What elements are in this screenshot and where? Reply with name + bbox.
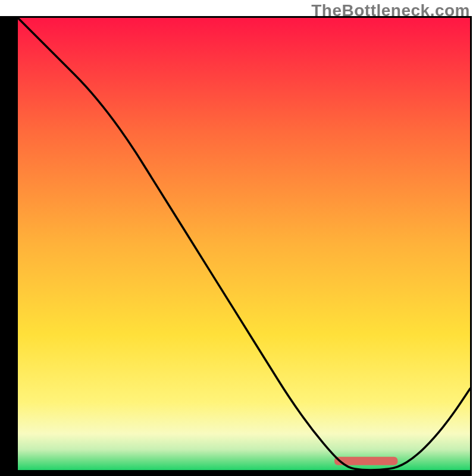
- watermark-label: TheBottleneck.com: [311, 1, 470, 20]
- chart-svg: [0, 0, 476, 476]
- chart-container: TheBottleneck.com: [0, 0, 476, 476]
